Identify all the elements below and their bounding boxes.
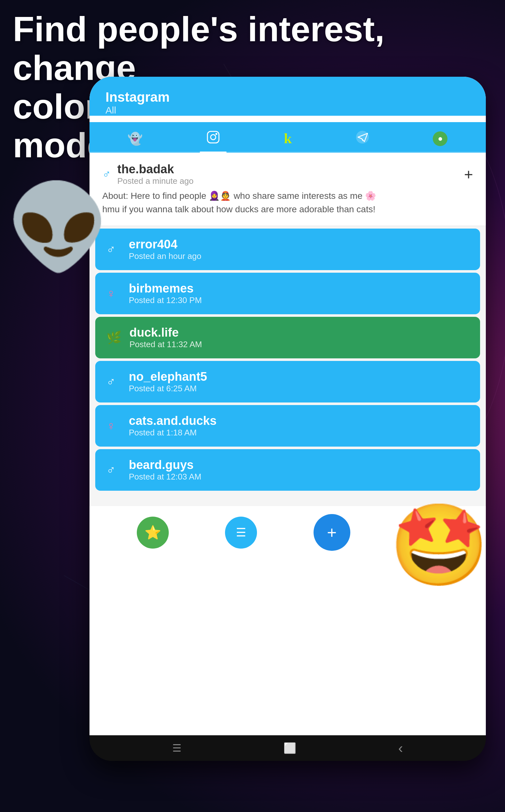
featured-about: About: Here to find people 🧕👲 who share …: [102, 189, 473, 216]
tab-telegram[interactable]: [349, 125, 376, 152]
add-user-button[interactable]: +: [464, 166, 473, 183]
ghost-icon: 👻: [128, 132, 143, 146]
filter-icon: ☰: [236, 526, 246, 539]
plus-icon: +: [327, 523, 337, 542]
posted-time: Posted at 12:30 PM: [129, 295, 202, 305]
posted-time: Posted at 11:32 AM: [130, 339, 202, 349]
add-button[interactable]: +: [314, 514, 350, 551]
leaf-icon: 🌿: [107, 331, 122, 345]
content-area: ♂ the.badak Posted a minute ago + About:…: [90, 153, 486, 506]
star-face-emoji: 🤩: [389, 505, 489, 585]
username: birbmemes: [129, 282, 202, 295]
tab-ghost[interactable]: 👻: [121, 127, 149, 151]
filter-button[interactable]: ☰: [225, 517, 257, 548]
platform-tabs: 👻 k: [90, 122, 486, 153]
tab-instagram[interactable]: [200, 125, 226, 152]
featured-gender-icon: ♂: [102, 168, 111, 181]
list-item[interactable]: ♂ error404 Posted an hour ago: [95, 228, 480, 270]
gender-male-icon: ♂: [107, 375, 121, 389]
favorites-button[interactable]: ⭐: [137, 517, 169, 548]
alien-emoji: 👽: [6, 185, 110, 269]
nav-menu-icon[interactable]: ☰: [172, 742, 182, 754]
list-item[interactable]: 🌿 duck.life Posted at 11:32 AM: [95, 317, 480, 358]
list-item[interactable]: ♀ cats.and.ducks Posted at 1:18 AM: [95, 405, 480, 447]
nav-back-icon[interactable]: ‹: [398, 740, 403, 756]
featured-user-card[interactable]: ♂ the.badak Posted a minute ago + About:…: [90, 153, 486, 226]
gender-female-icon: ♀: [107, 419, 121, 433]
svg-point-5: [211, 135, 216, 140]
featured-username: the.badak: [117, 162, 194, 176]
kik-icon: k: [284, 130, 292, 147]
app-header: Instagram All: [90, 77, 486, 116]
list-item[interactable]: ♂ beard.guys Posted at 12:03 AM: [95, 449, 480, 491]
telegram-icon: [355, 130, 369, 147]
username: no_elephant5: [129, 370, 207, 384]
tab-kik[interactable]: k: [278, 126, 298, 152]
star-icon: ⭐: [145, 525, 161, 540]
posted-time: Posted at 12:03 AM: [129, 472, 201, 482]
username: duck.life: [130, 326, 202, 339]
username: error404: [129, 237, 201, 251]
app-title: Instagram: [106, 90, 470, 105]
svg-point-6: [215, 133, 217, 135]
gender-male-icon: ♂: [107, 463, 121, 477]
nav-home-icon[interactable]: ⬜: [284, 742, 296, 754]
featured-posted-time: Posted a minute ago: [117, 176, 194, 186]
list-item[interactable]: ♀ birbmemes Posted at 12:30 PM: [95, 273, 480, 314]
phone-mockup: Instagram All 👻 k: [90, 77, 486, 761]
gender-female-icon: ♀: [107, 287, 121, 301]
username: beard.guys: [129, 458, 201, 472]
phone-screen: Instagram All 👻 k: [90, 77, 486, 735]
posted-time: Posted an hour ago: [129, 251, 201, 261]
tab-line[interactable]: ●: [427, 127, 454, 151]
app-subtitle: All: [106, 105, 470, 116]
instagram-icon: [206, 130, 220, 147]
line-icon: ●: [433, 131, 448, 146]
list-item[interactable]: ♂ no_elephant5 Posted at 6:25 AM: [95, 361, 480, 402]
posted-time: Posted at 6:25 AM: [129, 384, 207, 393]
username: cats.and.ducks: [129, 414, 217, 428]
posted-time: Posted at 1:18 AM: [129, 428, 217, 438]
headline-line1: Find people's interest, change: [13, 10, 492, 87]
svg-rect-4: [207, 131, 219, 143]
phone-nav-bar: ☰ ⬜ ‹: [90, 735, 486, 761]
